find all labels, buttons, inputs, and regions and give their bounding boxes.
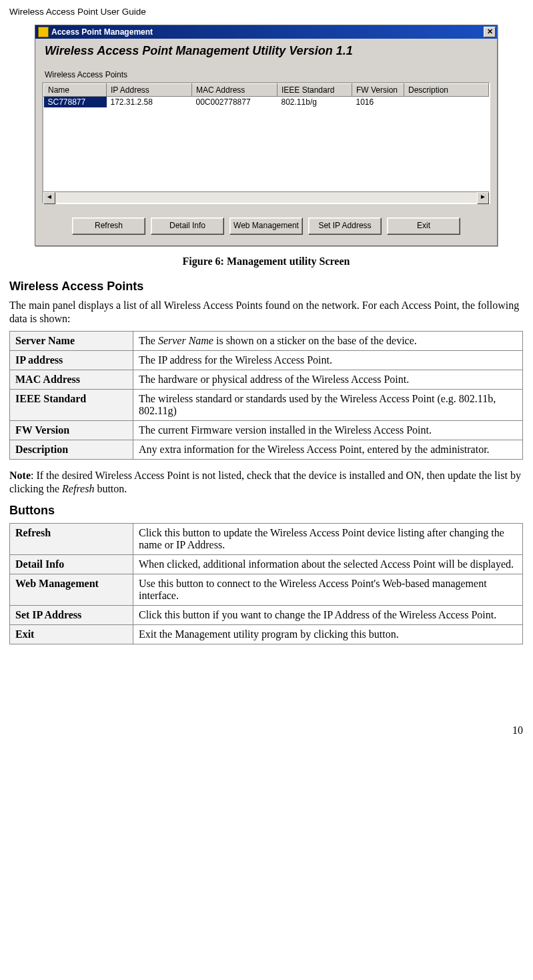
table-row: Server Name The Server Name is shown on … <box>10 332 523 351</box>
table-row: FW Version The current Firmware version … <box>10 421 523 440</box>
table-row: Detail Info When clicked, additional inf… <box>10 555 523 574</box>
window-title: Access Point Management <box>51 27 484 37</box>
scroll-track[interactable] <box>55 192 477 203</box>
listview-label: Wireless Access Points <box>45 70 490 79</box>
button-label: Set IP Address <box>10 606 133 625</box>
cell-mac: 00C002778877 <box>192 97 278 108</box>
param-label: FW Version <box>10 421 133 440</box>
param-label: IP address <box>10 351 133 370</box>
button-label: Refresh <box>10 524 133 555</box>
table-row: IP address The IP address for the Wirele… <box>10 351 523 370</box>
table-row: IEEE Standard The wireless standard or s… <box>10 390 523 421</box>
cell-name: SC778877 <box>44 97 107 108</box>
page-number: 10 <box>9 724 523 737</box>
detail-info-button[interactable]: Detail Info <box>151 217 224 235</box>
wap-intro-text: The main panel displays a list of all Wi… <box>9 299 523 326</box>
col-ieee[interactable]: IEEE Standard <box>278 84 352 97</box>
note-text: Note: If the desired Wireless Access Poi… <box>9 469 523 496</box>
col-desc[interactable]: Description <box>404 84 489 97</box>
figure-caption: Figure 6: Management utility Screen <box>9 256 523 268</box>
button-desc: Use this button to connect to the Wirele… <box>133 574 523 606</box>
app-icon <box>38 27 49 37</box>
button-label: Web Management <box>10 574 133 606</box>
button-desc: Exit the Management utility program by c… <box>133 625 523 644</box>
cell-ip: 172.31.2.58 <box>107 97 192 108</box>
col-fw[interactable]: FW Version <box>352 84 404 97</box>
col-mac[interactable]: MAC Address <box>192 84 278 97</box>
params-table: Server Name The Server Name is shown on … <box>9 331 523 460</box>
table-row: Exit Exit the Management utility program… <box>10 625 523 644</box>
scroll-left-icon[interactable]: ◄ <box>43 192 55 204</box>
refresh-button[interactable]: Refresh <box>72 217 145 235</box>
button-label: Exit <box>10 625 133 644</box>
button-row: Refresh Detail Info Web Management Set I… <box>42 217 490 235</box>
table-row[interactable]: SC778877 172.31.2.58 00C002778877 802.11… <box>44 97 489 108</box>
page-header: Wireless Access Point User Guide <box>9 7 523 17</box>
table-row: Set IP Address Click this button if you … <box>10 606 523 625</box>
cell-fw: 1016 <box>352 97 404 108</box>
param-desc: The IP address for the Wireless Access P… <box>133 351 523 370</box>
window-body: Wireless Access Point Management Utility… <box>35 39 497 246</box>
listview-header-row: Name IP Address MAC Address IEEE Standar… <box>44 84 489 97</box>
table-row: Web Management Use this button to connec… <box>10 574 523 606</box>
horizontal-scrollbar[interactable]: ◄ ► <box>43 191 489 203</box>
table-row: Description Any extra information for th… <box>10 440 523 460</box>
listview[interactable]: Name IP Address MAC Address IEEE Standar… <box>42 82 490 204</box>
listview-blank-area <box>43 107 489 191</box>
set-ip-address-button[interactable]: Set IP Address <box>308 217 382 235</box>
buttons-table: Refresh Click this button to update the … <box>9 523 523 644</box>
web-management-button[interactable]: Web Management <box>229 217 303 235</box>
param-desc: The wireless standard or standards used … <box>133 390 523 421</box>
heading-buttons: Buttons <box>9 504 523 518</box>
param-desc: The hardware or physical address of the … <box>133 370 523 390</box>
window-subtitle: Wireless Access Point Management Utility… <box>45 44 490 58</box>
heading-wireless-access-points: Wireless Access Points <box>9 280 523 294</box>
scroll-right-icon[interactable]: ► <box>477 192 489 204</box>
param-label: Server Name <box>10 332 133 351</box>
param-label: MAC Address <box>10 370 133 390</box>
param-desc: The Server Name is shown on a sticker on… <box>133 332 523 351</box>
table-row: MAC Address The hardware or physical add… <box>10 370 523 390</box>
col-name[interactable]: Name <box>44 84 107 97</box>
param-desc: Any extra information for the Wireless A… <box>133 440 523 460</box>
table-row: Refresh Click this button to update the … <box>10 524 523 555</box>
exit-button[interactable]: Exit <box>387 217 460 235</box>
button-desc: When clicked, additional information abo… <box>133 555 523 574</box>
param-label: Description <box>10 440 133 460</box>
param-label: IEEE Standard <box>10 390 133 421</box>
close-icon[interactable]: ✕ <box>484 27 496 37</box>
col-ip[interactable]: IP Address <box>107 84 192 97</box>
titlebar: Access Point Management ✕ <box>35 25 497 39</box>
button-desc: Click this button to update the Wireless… <box>133 524 523 555</box>
param-desc: The current Firmware version installed i… <box>133 421 523 440</box>
button-desc: Click this button if you want to change … <box>133 606 523 625</box>
app-window: Access Point Management ✕ Wireless Acces… <box>35 25 498 246</box>
cell-desc <box>404 97 489 108</box>
cell-ieee: 802.11b/g <box>278 97 352 108</box>
button-label: Detail Info <box>10 555 133 574</box>
